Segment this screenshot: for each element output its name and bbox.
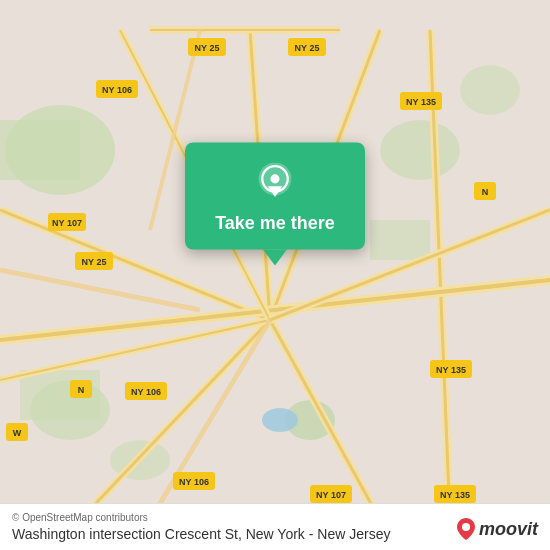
svg-text:NY 25: NY 25 — [195, 43, 220, 53]
svg-point-4 — [460, 65, 520, 115]
svg-text:NY 107: NY 107 — [52, 218, 82, 228]
moovit-pin-icon — [457, 518, 475, 540]
svg-point-68 — [462, 523, 470, 531]
svg-text:NY 25: NY 25 — [295, 43, 320, 53]
svg-text:NY 135: NY 135 — [440, 490, 470, 500]
svg-rect-5 — [370, 220, 430, 260]
svg-text:NY 106: NY 106 — [102, 85, 132, 95]
svg-text:NY 25: NY 25 — [82, 257, 107, 267]
take-me-there-button[interactable]: Take me there — [215, 212, 335, 233]
take-me-there-card[interactable]: Take me there — [185, 142, 365, 249]
svg-text:NY 106: NY 106 — [179, 477, 209, 487]
bottom-bar: © OpenStreetMap contributors Washington … — [0, 503, 550, 550]
svg-point-3 — [380, 120, 460, 180]
svg-text:N: N — [78, 385, 85, 395]
moovit-logo: moovit — [457, 518, 538, 540]
map-container: NY 25 NY 25 NY 106 NY 107 NY 25 NY 135 N… — [0, 0, 550, 550]
svg-text:N: N — [482, 187, 489, 197]
svg-point-10 — [262, 408, 298, 432]
svg-text:NY 106: NY 106 — [131, 387, 161, 397]
location-pin-icon — [255, 162, 295, 202]
svg-text:NY 135: NY 135 — [436, 365, 466, 375]
svg-rect-2 — [0, 120, 80, 180]
take-me-there-popup[interactable]: Take me there — [185, 142, 365, 265]
svg-text:W: W — [13, 428, 22, 438]
svg-point-66 — [270, 174, 279, 183]
svg-text:NY 135: NY 135 — [406, 97, 436, 107]
svg-text:NY 107: NY 107 — [316, 490, 346, 500]
moovit-brand-text: moovit — [479, 519, 538, 540]
